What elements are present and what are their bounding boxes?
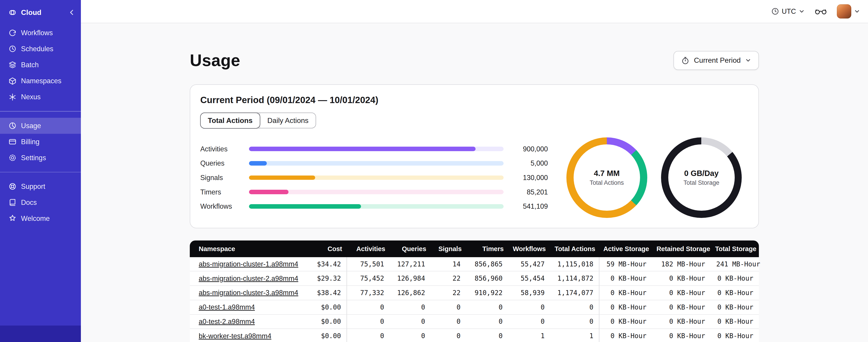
sidebar-collapse-button[interactable] <box>68 9 75 16</box>
bar-value-label: 5,000 <box>509 159 548 167</box>
namespace-cell: a0-test-2.a98mm4 <box>190 315 309 329</box>
credit-card-icon <box>8 138 17 146</box>
column-header: Activities <box>347 240 390 257</box>
total-actions-donut: 4.7 MM Total Actions <box>566 137 647 218</box>
donut-value: 0 GB/Day <box>684 169 719 178</box>
book-icon <box>8 198 17 207</box>
value-cell: 22 <box>431 271 466 286</box>
table-row: bk-worker-test.a98mm4$0.000000110 KB-Hou… <box>190 329 759 342</box>
value-cell: 241 MB-Hour <box>711 257 759 272</box>
value-cell: 856,865 <box>466 257 508 272</box>
namespace-link[interactable]: bk-worker-test.a98mm4 <box>199 332 272 340</box>
asterisk-icon <box>8 93 17 101</box>
column-header: Namespace <box>190 240 309 257</box>
chevron-left-icon <box>68 9 75 16</box>
charts-row: Activities900,000Queries5,000Signals130,… <box>200 137 748 218</box>
timezone-selector[interactable]: UTC <box>771 7 805 15</box>
chevron-down-icon <box>854 8 860 14</box>
value-cell: 127,211 <box>390 257 431 272</box>
sidebar: Cloud Workflows Schedules Batch Namespac… <box>0 0 81 342</box>
bar-row: Workflows541,109 <box>200 199 548 214</box>
value-cell: 126,984 <box>390 271 431 286</box>
donut-center: 0 GB/Day Total Storage <box>661 137 742 218</box>
column-header: Signals <box>431 240 466 257</box>
sidebar-item-workflows[interactable]: Workflows <box>0 25 81 41</box>
bar-value-label: 85,201 <box>509 188 548 196</box>
value-cell: 75,452 <box>347 271 390 286</box>
bar-category-label: Workflows <box>200 202 240 210</box>
namespace-link[interactable]: abs-migration-cluster-3.a98mm4 <box>199 289 299 297</box>
gear-icon <box>8 153 17 162</box>
table-row: abs-migration-cluster-1.a98mm4$34.4275,5… <box>190 257 759 272</box>
donut-center: 4.7 MM Total Actions <box>566 137 647 218</box>
brand-label: Cloud <box>21 8 41 17</box>
bar-track <box>249 147 504 151</box>
clock-icon <box>771 7 779 15</box>
chevron-down-icon <box>799 8 805 14</box>
value-cell: 0 KB-Hour <box>652 286 711 300</box>
value-cell: 126,862 <box>390 286 431 300</box>
value-cell: 0 <box>431 315 466 329</box>
column-header: Active Storage <box>599 240 652 257</box>
page-head: Usage Current Period <box>190 51 759 70</box>
value-cell: 75,501 <box>347 257 390 272</box>
namespace-link[interactable]: abs-migration-cluster-2.a98mm4 <box>199 275 299 282</box>
bar-track <box>249 161 504 166</box>
usage-table-body: abs-migration-cluster-1.a98mm4$34.4275,5… <box>190 257 759 342</box>
sidebar-item-billing[interactable]: Billing <box>0 134 81 150</box>
donut-label: Total Actions <box>590 179 624 186</box>
value-cell: 0 <box>466 329 508 342</box>
value-cell: 182 MB-Hour <box>652 257 711 272</box>
value-cell: $38.42 <box>309 286 347 300</box>
period-selector-button[interactable]: Current Period <box>674 51 759 70</box>
tab-daily-actions[interactable]: Daily Actions <box>259 113 316 128</box>
column-header: Workflows <box>508 240 550 257</box>
value-cell: 0 <box>390 315 431 329</box>
bar-fill <box>249 147 475 151</box>
value-cell: 0 <box>550 315 599 329</box>
brand-row[interactable]: Cloud <box>0 0 81 25</box>
value-cell: 0 <box>550 300 599 315</box>
sidebar-item-welcome[interactable]: Welcome <box>0 210 81 227</box>
value-cell: 22 <box>431 286 466 300</box>
sidebar-item-settings[interactable]: Settings <box>0 150 81 166</box>
sidebar-item-namespaces[interactable]: Namespaces <box>0 73 81 89</box>
value-cell: 0 KB-Hour <box>652 329 711 342</box>
donut-value: 4.7 MM <box>594 169 619 178</box>
value-cell: 0 <box>390 300 431 315</box>
bar-category-label: Activities <box>200 145 240 153</box>
column-header: Retained Storage <box>652 240 711 257</box>
value-cell: 0 KB-Hour <box>652 271 711 286</box>
glasses-icon[interactable] <box>815 8 827 15</box>
sidebar-item-schedules[interactable]: Schedules <box>0 41 81 57</box>
value-cell: 0 <box>466 300 508 315</box>
clock-icon <box>8 45 17 53</box>
bar-category-label: Queries <box>200 159 240 167</box>
table-row: abs-migration-cluster-2.a98mm4$29.3275,4… <box>190 271 759 286</box>
value-cell: $29.32 <box>309 271 347 286</box>
value-cell: 1 <box>550 329 599 342</box>
namespace-link[interactable]: a0-test-2.a98mm4 <box>199 318 255 325</box>
value-cell: 77,332 <box>347 286 390 300</box>
tab-total-actions[interactable]: Total Actions <box>200 112 260 129</box>
sidebar-item-usage[interactable]: Usage <box>0 118 81 134</box>
namespace-link[interactable]: abs-migration-cluster-1.a98mm4 <box>199 260 299 268</box>
value-cell: 55,454 <box>508 271 550 286</box>
total-storage-donut: 0 GB/Day Total Storage <box>661 137 742 218</box>
donut-charts: 4.7 MM Total Actions 0 GB/Day Total Stor… <box>566 137 742 218</box>
bar-row: Timers85,201 <box>200 185 548 199</box>
account-menu[interactable] <box>837 4 860 19</box>
bar-value-label: 900,000 <box>509 145 548 153</box>
sidebar-item-nexus[interactable]: Nexus <box>0 89 81 105</box>
namespace-link[interactable]: a0-test-1.a98mm4 <box>199 303 255 311</box>
sidebar-item-support[interactable]: Support <box>0 178 81 195</box>
value-cell: 0 <box>347 329 390 342</box>
value-cell: 0 KB-Hour <box>711 329 759 342</box>
value-cell: $34.42 <box>309 257 347 272</box>
value-cell: 0 <box>347 315 390 329</box>
column-header: Total Actions <box>550 240 599 257</box>
value-cell: 0 KB-Hour <box>599 300 652 315</box>
sidebar-item-batch[interactable]: Batch <box>0 57 81 73</box>
sidebar-item-docs[interactable]: Docs <box>0 195 81 210</box>
main-area: UTC Usage Current Period Current Period … <box>81 0 868 342</box>
